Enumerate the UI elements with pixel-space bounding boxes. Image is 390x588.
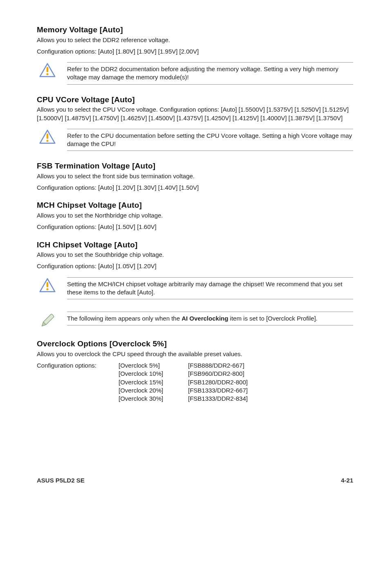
table-row: [Overclock 5%] xyxy=(119,361,188,370)
table-row: [FSB1333/DDR2-667] xyxy=(188,386,278,395)
callout-cpu-warning: Refer to the CPU documentation before se… xyxy=(37,126,353,154)
section-body-memory-2: Configuration options: [Auto] [1.80V] [1… xyxy=(37,47,353,56)
table-row: [FSB1280/DDR2-800] xyxy=(188,378,278,386)
callout-memory-warning: Refer to the DDR2 documentation before a… xyxy=(37,60,353,87)
callout-ich-note: The following item appears only when the… xyxy=(37,309,353,331)
section-title-ich: ICH Chipset Voltage [Auto] xyxy=(37,240,353,250)
section-body-ich-1: Allows you to set the Southbridge chip v… xyxy=(37,251,353,259)
section-title-cpu: CPU VCore Voltage [Auto] xyxy=(37,94,353,105)
section-body-memory-1: Allows you to select the DDR2 reference … xyxy=(37,36,353,44)
section-title-overclock: Overclock Options [Overclock 5%] xyxy=(37,339,353,349)
warning-triangle-icon xyxy=(39,278,56,292)
section-body-mch-1: Allows you to set the Northbridge chip v… xyxy=(37,211,353,220)
warning-triangle-icon xyxy=(39,63,56,77)
section-body-cpu-1: Allows you to select the CPU VCore volta… xyxy=(37,105,353,122)
table-row: [FSB888/DDR2-667] xyxy=(188,361,278,370)
callout-text-cpu: Refer to the CPU documentation before se… xyxy=(67,129,353,151)
warning-triangle-icon xyxy=(39,130,56,144)
section-body-mch-2: Configuration options: [Auto] [1.50V] [1… xyxy=(37,223,353,231)
note-pencil-icon xyxy=(39,312,56,329)
table-row: [Overclock 15%] xyxy=(119,378,188,386)
note-text-pre: The following item appears only when the xyxy=(67,315,182,322)
footer-left: ASUS P5LD2 SE xyxy=(37,476,85,485)
callout-text-memory: Refer to the DDR2 documentation before a… xyxy=(67,62,353,85)
callout-ich-warning: Setting the MCH/ICH chipset voltage arbi… xyxy=(37,275,353,302)
table-row: [FSB960/DDR2-800] xyxy=(188,370,278,378)
table-row: [Overclock 10%] xyxy=(119,370,188,378)
page-footer: ASUS P5LD2 SE 4-21 xyxy=(37,476,353,485)
overclock-config-table: Configuration options: [Overclock 5%] [F… xyxy=(37,361,353,403)
config-label: Configuration options: xyxy=(37,361,119,370)
section-body-fsb-1: Allows you to select the front side bus … xyxy=(37,172,353,180)
table-row: [Overclock 20%] xyxy=(119,386,188,395)
section-body-overclock-1: Allows you to overclock the CPU speed th… xyxy=(37,350,353,358)
note-text-bold: AI Overclocking xyxy=(182,315,228,322)
section-title-mch: MCH Chipset Voltage [Auto] xyxy=(37,200,353,211)
table-row: [FSB1333/DDR2-834] xyxy=(188,395,278,403)
section-title-fsb: FSB Termination Voltage [Auto] xyxy=(37,161,353,171)
callout-text-ich-warn: Setting the MCH/ICH chipset voltage arbi… xyxy=(67,277,353,300)
section-body-ich-2: Configuration options: [Auto] [1.05V] [1… xyxy=(37,262,353,270)
footer-right: 4-21 xyxy=(341,476,353,485)
table-row: [Overclock 30%] xyxy=(119,395,188,403)
note-text-post: item is set to [Overclock Profile]. xyxy=(228,315,317,322)
callout-text-ich-note: The following item appears only when the… xyxy=(67,312,353,325)
section-title-memory: Memory Voltage [Auto] xyxy=(37,25,353,35)
section-body-fsb-2: Configuration options: [Auto] [1.20V] [1… xyxy=(37,184,353,192)
